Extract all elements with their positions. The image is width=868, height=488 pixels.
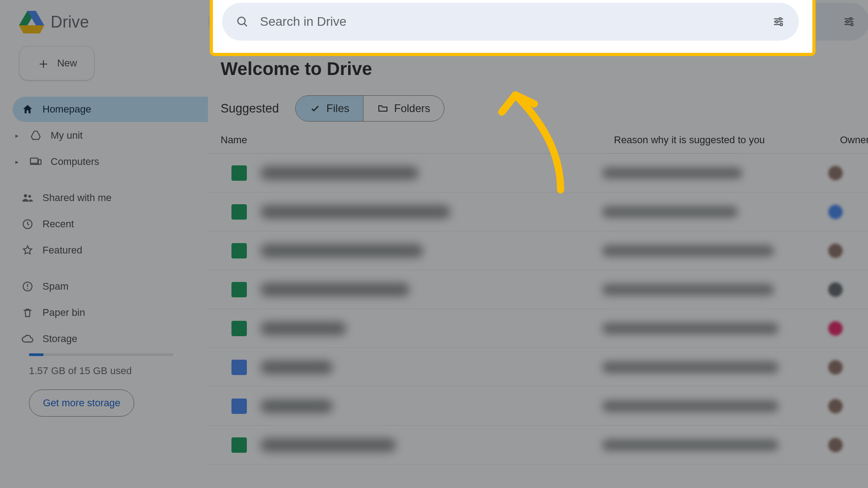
owner-avatar [828, 399, 843, 413]
file-name-blurred [260, 322, 346, 335]
clock-icon [21, 217, 34, 231]
svg-point-6 [27, 288, 28, 289]
sidebar-item-storage[interactable]: Storage [13, 326, 208, 352]
sidebar-nav: Homepage ▸ My unit ▸ Computers Shared wi… [0, 97, 208, 352]
tune-icon[interactable] [771, 14, 786, 29]
home-icon [21, 103, 34, 116]
file-name-blurred [260, 438, 396, 452]
sidebar-item-label: Spam [42, 281, 68, 292]
seg-folders-button[interactable]: Folders [363, 96, 444, 121]
trash-icon [21, 306, 34, 319]
svg-point-10 [851, 23, 853, 26]
column-owner[interactable]: Owner [840, 134, 868, 146]
sidebar-item-trash[interactable]: Paper bin [13, 300, 208, 325]
reason-blurred [602, 245, 774, 257]
file-name-blurred [260, 205, 450, 219]
svg-rect-0 [30, 158, 38, 164]
file-type-icon [231, 282, 247, 297]
reason-blurred [602, 361, 778, 373]
check-icon [309, 103, 321, 114]
get-more-storage-button[interactable]: Get more storage [29, 389, 134, 417]
sidebar-item-label: Paper bin [42, 307, 85, 319]
svg-point-14 [780, 23, 783, 26]
new-button[interactable]: ＋ New [19, 46, 94, 80]
table-row[interactable] [208, 348, 868, 387]
search-icon[interactable] [235, 14, 250, 29]
sidebar-item-computers[interactable]: ▸ Computers [13, 149, 208, 174]
table-row[interactable] [208, 309, 868, 348]
file-name-blurred [260, 399, 333, 413]
file-type-icon [231, 360, 247, 375]
reason-blurred [602, 323, 778, 334]
column-reason[interactable]: Reason why it is suggested to you [614, 134, 840, 146]
brand-name: Drive [51, 13, 89, 32]
file-type-icon [231, 243, 247, 258]
tune-icon[interactable] [841, 14, 857, 29]
seg-folders-label: Folders [394, 102, 430, 115]
new-button-label: New [57, 57, 77, 69]
owner-avatar [828, 321, 843, 336]
sidebar-item-label: Shared with me [42, 192, 112, 204]
sidebar-item-label: Storage [42, 333, 77, 345]
svg-point-3 [28, 195, 31, 198]
search-bar[interactable] [222, 3, 799, 41]
file-name-blurred [260, 361, 333, 374]
cloud-icon [21, 332, 34, 346]
sidebar-item-spam[interactable]: Spam [13, 274, 208, 299]
table-row[interactable] [208, 231, 868, 270]
segmented-control: Files Folders [295, 95, 444, 122]
sidebar-item-shared[interactable]: Shared with me [13, 185, 208, 211]
sidebar-item-label: Recent [42, 218, 74, 230]
seg-files-label: Files [326, 102, 349, 115]
caret-icon: ▸ [13, 132, 21, 139]
owner-avatar [828, 166, 843, 180]
svg-point-13 [776, 21, 778, 23]
people-icon [21, 191, 34, 205]
owner-avatar [828, 360, 843, 375]
file-type-icon [231, 204, 247, 220]
owner-avatar [828, 244, 843, 258]
reason-blurred [602, 439, 778, 451]
file-type-icon [231, 399, 247, 414]
sidebar-item-label: Featured [42, 244, 82, 256]
table-row[interactable] [208, 426, 868, 465]
file-name-blurred [260, 283, 410, 296]
plus-icon: ＋ [36, 56, 51, 70]
sidebar-item-homepage[interactable]: Homepage [13, 97, 208, 122]
table-row[interactable] [208, 192, 868, 231]
search-input[interactable] [260, 14, 761, 29]
table-row[interactable] [208, 387, 868, 426]
reason-blurred [602, 400, 778, 412]
file-type-icon [231, 437, 247, 453]
seg-files-button[interactable]: Files [296, 96, 363, 121]
reason-blurred [602, 284, 774, 296]
spam-icon [21, 280, 34, 293]
column-name[interactable]: Name [221, 134, 614, 146]
file-type-icon [231, 321, 247, 336]
svg-point-11 [238, 17, 245, 24]
file-type-icon [231, 165, 247, 181]
owner-avatar [828, 438, 843, 452]
svg-point-12 [779, 18, 781, 20]
svg-rect-1 [38, 160, 41, 164]
sidebar-item-recent[interactable]: Recent [13, 211, 208, 237]
svg-point-8 [849, 18, 852, 20]
drive-icon [29, 129, 42, 142]
sidebar-item-label: Homepage [42, 103, 91, 115]
table-row[interactable] [208, 270, 868, 309]
reason-blurred [602, 206, 738, 218]
sidebar-item-my-unit[interactable]: ▸ My unit [13, 123, 208, 148]
table-header: Name Reason why it is suggested to you O… [208, 122, 868, 154]
brand: Drive [0, 11, 208, 46]
sidebar-item-featured[interactable]: Featured [13, 238, 208, 263]
owner-avatar [828, 205, 843, 219]
main-content: Welcome to Drive Suggested Files Folders… [208, 0, 868, 488]
svg-point-2 [24, 194, 27, 197]
storage-used-text: 1.57 GB of 15 GB used [29, 365, 181, 377]
file-name-blurred [260, 166, 419, 180]
storage-bar [29, 353, 174, 356]
drive-logo-icon [19, 11, 44, 33]
table-row[interactable] [208, 154, 868, 192]
caret-icon: ▸ [13, 158, 21, 165]
devices-icon [29, 155, 42, 169]
